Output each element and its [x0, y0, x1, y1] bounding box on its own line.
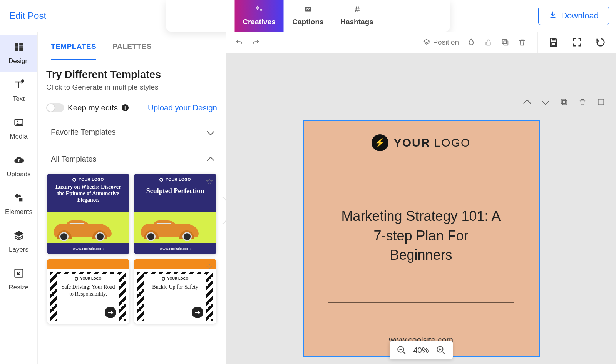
design-title-frame: Marketing Strategy 101: A 7-step Plan Fo…: [328, 169, 514, 303]
tab-creatives[interactable]: Creatives: [235, 0, 284, 32]
download-button[interactable]: Download: [538, 7, 609, 25]
rail-elements-label: Elements: [5, 208, 32, 216]
arrow-right-icon: ➔: [192, 307, 203, 318]
reset-button[interactable]: [595, 37, 606, 48]
download-icon: [549, 10, 557, 21]
tab-hashtags[interactable]: Hashtags: [333, 0, 382, 32]
svg-rect-14: [504, 41, 508, 45]
move-up-button[interactable]: [522, 97, 532, 107]
all-templates-label: All Templates: [51, 155, 97, 164]
svg-point-9: [17, 121, 18, 122]
tpl-headline: Buckle Up for Safety: [152, 284, 198, 291]
rail-elements[interactable]: Elements: [0, 185, 37, 223]
design-logo: ⚡ YOUR LOGO: [372, 134, 471, 151]
canvas-area: Position ⚡ YOUR LOGO: [226, 32, 616, 364]
svg-text:CC: CC: [306, 8, 310, 11]
tpl-headline: Safe Driving: Your Road to Responsibilit…: [60, 284, 116, 297]
template-grid: YOUR LOGO Luxury on Wheels: Discover the…: [46, 174, 217, 324]
rail-text[interactable]: + Text: [0, 72, 37, 110]
duplicate-button[interactable]: [500, 38, 510, 47]
add-slide-button[interactable]: [596, 97, 606, 107]
rail-uploads-label: Uploads: [7, 170, 30, 178]
resize-icon: [13, 268, 24, 281]
rail-design[interactable]: Design: [0, 35, 37, 72]
right-toolbar: [537, 32, 616, 53]
rail-text-label: Text: [13, 95, 25, 103]
template-thumb[interactable]: YOUR LOGO Safe Driving: Your Road to Res…: [47, 259, 129, 324]
media-icon: [13, 117, 24, 130]
download-label: Download: [561, 11, 599, 21]
svg-rect-3: [19, 43, 23, 45]
zoom-value: 40%: [413, 346, 429, 355]
svg-rect-19: [561, 99, 566, 104]
tpl-headline: Luxury on Wheels: Discover the Epitome o…: [52, 184, 125, 203]
svg-rect-5: [15, 47, 18, 51]
hashtag-icon: [353, 5, 361, 15]
panel-tab-templates[interactable]: TEMPLATES: [51, 42, 96, 60]
panel-title: Try Different Templates: [46, 69, 217, 81]
move-down-button[interactable]: [541, 97, 551, 107]
delete-button[interactable]: [517, 38, 527, 47]
unlock-button[interactable]: [484, 38, 493, 47]
design-logo-rest: LOGO: [430, 136, 470, 149]
tpl-logo: YOUR LOGO: [167, 277, 188, 281]
rail-design-label: Design: [8, 57, 29, 65]
favorite-templates-toggle[interactable]: Favorite Templates: [46, 121, 217, 144]
favorite-templates-label: Favorite Templates: [51, 128, 116, 137]
chevron-down-icon: [207, 128, 214, 135]
undo-button[interactable]: [234, 38, 244, 47]
edit-post-label[interactable]: Edit Post: [9, 10, 46, 21]
svg-rect-11: [19, 198, 22, 201]
info-icon[interactable]: i: [122, 104, 129, 111]
duplicate-slide-button[interactable]: [559, 97, 569, 107]
tpl-headline: Sculpted Perfection: [146, 187, 204, 195]
chevron-up-icon: [207, 157, 214, 164]
zoom-bar: 40%: [389, 341, 452, 359]
svg-text:+: +: [22, 79, 24, 83]
panel-subtitle: Click to Generate in multiple styles: [46, 83, 217, 92]
tpl-site: www.coolsite.com: [47, 243, 129, 254]
design-title: Marketing Strategy 101: A 7-step Plan Fo…: [341, 207, 502, 265]
panel-tab-palettes[interactable]: PALETTES: [112, 42, 152, 60]
delete-slide-button[interactable]: [578, 97, 588, 107]
rail-media[interactable]: Media: [0, 110, 37, 148]
rail-resize[interactable]: Resize: [0, 261, 37, 299]
design-logo-bold: YOUR: [394, 136, 430, 149]
rail-media-label: Media: [10, 133, 27, 140]
artboard[interactable]: ⚡ YOUR LOGO Marketing Strategy 101: A 7-…: [303, 120, 540, 357]
redo-button[interactable]: [251, 38, 261, 47]
layers-icon: [13, 230, 24, 243]
all-templates-section: All Templates YOUR LOGO Luxury on Wheels…: [46, 144, 217, 324]
template-thumb[interactable]: ☆ YOUR LOGO Sculpted Perfection www.cool…: [134, 174, 216, 254]
svg-rect-18: [562, 100, 567, 105]
keep-edits-label: Keep my edits: [68, 103, 118, 112]
arrow-right-icon: ➔: [105, 307, 116, 318]
opacity-button[interactable]: [467, 38, 476, 47]
star-icon[interactable]: ☆: [206, 177, 213, 187]
slide-tools: [522, 97, 606, 107]
keep-edits-toggle[interactable]: [46, 103, 64, 112]
keep-edits-row: Keep my edits i Upload your Design: [46, 103, 217, 112]
all-templates-toggle[interactable]: All Templates: [46, 144, 217, 170]
svg-rect-2: [15, 43, 18, 47]
svg-rect-15: [502, 39, 507, 43]
side-panel: TEMPLATES PALETTES Try Different Templat…: [38, 32, 226, 364]
position-button[interactable]: Position: [423, 38, 459, 47]
zoom-out-button[interactable]: [396, 345, 406, 355]
tab-spacer-right: [382, 0, 450, 32]
upload-design-link[interactable]: Upload your Design: [148, 103, 217, 112]
template-thumb[interactable]: ☆ YOUR LOGO Buckle Up for Safety ➔: [134, 259, 216, 324]
tab-captions[interactable]: CC Captions: [284, 0, 333, 32]
template-thumb[interactable]: YOUR LOGO Luxury on Wheels: Discover the…: [47, 174, 129, 254]
rail-uploads[interactable]: Uploads: [0, 148, 37, 185]
main: Design + Text Media Uploads Elements Lay…: [0, 32, 616, 364]
zoom-in-button[interactable]: [436, 345, 446, 355]
svg-rect-13: [486, 42, 490, 45]
tab-hashtags-label: Hashtags: [340, 18, 373, 26]
save-button[interactable]: [548, 37, 559, 48]
svg-rect-16: [552, 38, 555, 41]
uploads-icon: [13, 155, 24, 167]
fullscreen-button[interactable]: [572, 37, 583, 48]
panel-collapse-handle[interactable]: [219, 197, 226, 224]
rail-layers[interactable]: Layers: [0, 223, 37, 261]
